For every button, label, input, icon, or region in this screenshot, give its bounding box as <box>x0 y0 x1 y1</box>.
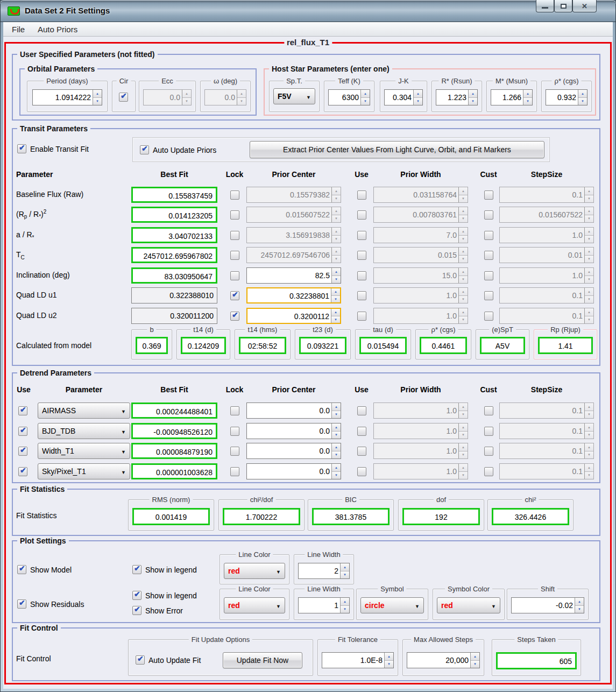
spin-down-icon[interactable] <box>332 451 341 459</box>
model-line-color-dropdown[interactable]: red <box>224 563 285 579</box>
teff-input[interactable]: 6300 <box>329 90 360 105</box>
spin-up-icon[interactable] <box>332 464 341 472</box>
lock-checkbox[interactable] <box>230 231 239 240</box>
cust-checkbox[interactable] <box>484 467 493 476</box>
use-checkbox[interactable] <box>357 271 366 280</box>
lock-checkbox[interactable] <box>230 447 239 456</box>
lock-checkbox[interactable] <box>230 210 239 220</box>
cust-checkbox[interactable] <box>484 427 493 436</box>
symbol-dropdown[interactable]: circle <box>360 597 424 613</box>
spin-down-icon[interactable] <box>385 661 393 668</box>
extract-priors-button[interactable]: Extract Prior Center Values From Light C… <box>250 141 544 158</box>
spin-up-icon[interactable] <box>332 268 341 276</box>
rstar-input[interactable]: 1.223 <box>436 90 468 105</box>
spin-up-icon[interactable] <box>523 90 532 98</box>
detrend-param-dropdown[interactable]: AIRMASS <box>38 403 130 419</box>
use-checkbox[interactable] <box>357 312 366 321</box>
spin-up-icon[interactable] <box>414 90 422 98</box>
spin-down-icon[interactable] <box>361 98 370 105</box>
prior-center-input[interactable]: 82.5 <box>247 268 331 283</box>
rho-input[interactable]: 0.932 <box>546 90 578 105</box>
residuals-line-color-dropdown[interactable]: red <box>224 597 285 613</box>
prior-center-input[interactable]: 0.32238801 <box>247 288 331 302</box>
cust-checkbox[interactable] <box>484 406 493 415</box>
detrend-param-dropdown[interactable]: BJD_TDB <box>38 423 130 439</box>
menu-file[interactable]: File <box>12 25 25 34</box>
detrend-param-dropdown[interactable]: Width_T1 <box>38 443 130 459</box>
spin-up-icon[interactable] <box>469 90 477 98</box>
prior-center-input[interactable]: 0.0 <box>247 423 331 439</box>
residuals-line-width-input[interactable]: 1 <box>299 598 340 613</box>
minimize-button[interactable] <box>536 0 554 12</box>
detrend-use-checkbox[interactable] <box>18 406 27 415</box>
use-checkbox[interactable] <box>357 467 366 476</box>
use-checkbox[interactable] <box>357 231 366 240</box>
lock-checkbox[interactable] <box>230 190 239 200</box>
max-steps-input[interactable]: 20,000 <box>407 653 470 668</box>
show-error-checkbox[interactable] <box>132 606 141 615</box>
spin-down-icon[interactable] <box>93 98 102 105</box>
spin-down-icon[interactable] <box>341 571 349 579</box>
cust-checkbox[interactable] <box>484 231 493 240</box>
spin-up-icon[interactable] <box>332 403 341 411</box>
show-model-checkbox[interactable] <box>17 565 26 574</box>
prior-center-input[interactable]: 0.0 <box>247 403 331 418</box>
cir-checkbox[interactable] <box>119 93 128 102</box>
cust-checkbox[interactable] <box>484 251 493 260</box>
maximize-button[interactable] <box>554 0 572 12</box>
period-input[interactable]: 1.0914222 <box>33 90 93 105</box>
use-checkbox[interactable] <box>357 406 366 415</box>
lock-checkbox[interactable] <box>230 406 239 415</box>
spin-up-icon[interactable] <box>578 90 587 98</box>
cust-checkbox[interactable] <box>484 291 493 300</box>
lock-checkbox[interactable] <box>230 251 239 260</box>
spin-down-icon[interactable] <box>341 606 349 613</box>
fit-tolerance-input[interactable]: 1.0E-8 <box>322 653 384 668</box>
auto-update-priors-checkbox[interactable] <box>140 145 149 154</box>
lock-checkbox[interactable] <box>230 427 239 436</box>
cust-checkbox[interactable] <box>484 210 493 220</box>
spin-down-icon[interactable] <box>471 661 479 668</box>
prior-center-input[interactable]: 0.0 <box>247 464 331 479</box>
spin-up-icon[interactable] <box>331 288 340 296</box>
jk-input[interactable]: 0.304 <box>385 90 413 105</box>
detrend-param-dropdown[interactable]: Sky/Pixel_T1 <box>38 463 130 479</box>
show-residuals-checkbox[interactable] <box>17 599 26 609</box>
spin-up-icon[interactable] <box>332 423 341 432</box>
symbol-color-dropdown[interactable]: red <box>437 597 500 613</box>
mstar-input[interactable]: 1.266 <box>491 90 523 105</box>
enable-transit-fit-checkbox[interactable] <box>17 144 26 153</box>
model-line-width-input[interactable]: 2 <box>299 563 340 578</box>
spin-up-icon[interactable] <box>331 309 340 316</box>
title-bar[interactable]: Data Set 2 Fit Settings <box>0 0 616 22</box>
close-button[interactable] <box>572 0 597 12</box>
use-checkbox[interactable] <box>357 447 366 456</box>
shift-input[interactable]: -0.02 <box>512 598 575 613</box>
spin-down-icon[interactable] <box>331 316 340 323</box>
spin-up-icon[interactable] <box>341 598 349 606</box>
cust-checkbox[interactable] <box>484 312 493 321</box>
update-fit-now-button[interactable]: Update Fit Now <box>223 652 302 668</box>
prior-center-input[interactable]: 0.0 <box>247 443 331 458</box>
residuals-legend-checkbox[interactable] <box>132 591 141 600</box>
cust-checkbox[interactable] <box>484 190 493 200</box>
spin-down-icon[interactable] <box>469 98 477 105</box>
lock-checkbox[interactable] <box>230 291 239 300</box>
spin-down-icon[interactable] <box>332 276 341 284</box>
detrend-use-checkbox[interactable] <box>18 467 27 476</box>
spin-down-icon[interactable] <box>331 296 340 303</box>
spin-up-icon[interactable] <box>361 90 370 98</box>
detrend-use-checkbox[interactable] <box>18 447 27 456</box>
lock-checkbox[interactable] <box>230 467 239 476</box>
spin-up-icon[interactable] <box>332 443 341 451</box>
spin-down-icon[interactable] <box>332 411 341 419</box>
spin-up-icon[interactable] <box>575 598 584 606</box>
cust-checkbox[interactable] <box>484 271 493 280</box>
spin-down-icon[interactable] <box>414 98 422 105</box>
use-checkbox[interactable] <box>357 190 366 200</box>
spin-down-icon[interactable] <box>578 98 587 105</box>
spin-down-icon[interactable] <box>332 472 341 479</box>
use-checkbox[interactable] <box>357 251 366 260</box>
model-legend-checkbox[interactable] <box>132 565 141 574</box>
use-checkbox[interactable] <box>357 427 366 436</box>
